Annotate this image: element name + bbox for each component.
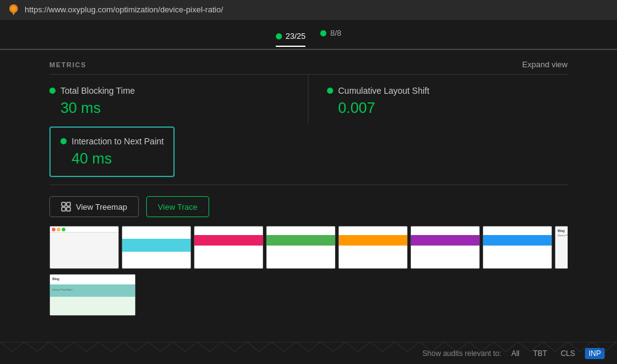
audit-filter-all[interactable]: All bbox=[508, 348, 523, 359]
svg-rect-5 bbox=[62, 207, 65, 211]
screenshot-thumb-3 bbox=[194, 226, 263, 269]
svg-point-2 bbox=[11, 6, 16, 11]
action-buttons: View Treemap View Trace bbox=[49, 185, 568, 226]
audit-filter-inp[interactable]: INP bbox=[585, 348, 605, 359]
metric-inp-value: 40 ms bbox=[72, 150, 164, 167]
tab-performance[interactable]: 23/25 bbox=[276, 31, 306, 47]
tab1-dot bbox=[276, 33, 282, 39]
svg-rect-4 bbox=[67, 202, 70, 206]
svg-marker-1 bbox=[12, 12, 15, 15]
tab2-dot bbox=[320, 30, 326, 36]
browser-top-bar: https://www.oxyplug.com/optimization/dev… bbox=[0, 0, 617, 20]
screenshot-thumb-6 bbox=[410, 226, 480, 269]
tab1-label: 23/25 bbox=[286, 31, 306, 41]
tab-secondary[interactable]: 8/8 bbox=[320, 28, 341, 43]
screenshot-thumb-9: Blog Device Pixel Ratio bbox=[49, 274, 136, 316]
metrics-label: METRICS bbox=[49, 61, 86, 68]
view-trace-label: View Trace bbox=[158, 202, 197, 212]
metric-cls-title-row: Cumulative Layout Shift bbox=[327, 86, 568, 96]
metric-cls-dot bbox=[327, 88, 333, 94]
screenshots-strip-row2: Blog Device Pixel Ratio bbox=[49, 274, 568, 316]
metrics-grid: Total Blocking Time 30 ms Cumulative Lay… bbox=[49, 75, 568, 124]
metric-tbt-name: Total Blocking Time bbox=[60, 86, 135, 96]
screenshots-strip-row1: Blog Device Pixel Ratio bbox=[49, 226, 568, 269]
view-trace-button[interactable]: View Trace bbox=[146, 196, 209, 217]
screenshot-thumb-5 bbox=[338, 226, 408, 269]
inp-row: Interaction to Next Paint 40 ms bbox=[49, 124, 568, 185]
svg-rect-3 bbox=[62, 202, 65, 206]
show-audits-label: Show audits relevant to: bbox=[423, 349, 502, 358]
metric-cls-value: 0.007 bbox=[338, 99, 568, 117]
screenshot-thumb-8: Blog Device Pixel Ratio bbox=[555, 226, 568, 269]
metric-inp-highlight: Interaction to Next Paint 40 ms bbox=[49, 126, 175, 177]
metric-inp-dot bbox=[60, 138, 67, 144]
svg-rect-6 bbox=[67, 207, 70, 211]
metric-tbt-dot bbox=[49, 88, 56, 94]
view-treemap-label: View Treemap bbox=[76, 202, 127, 212]
expand-view-button[interactable]: Expand view bbox=[522, 60, 568, 69]
metric-inp-name: Interaction to Next Paint bbox=[72, 136, 164, 146]
metric-tbt-value: 30 ms bbox=[60, 99, 289, 117]
screenshot-thumb-1 bbox=[49, 226, 119, 269]
screenshot-thumb-7 bbox=[482, 226, 552, 269]
tab-row: 23/25 8/8 bbox=[0, 20, 617, 50]
metric-inp-title-row: Interaction to Next Paint bbox=[60, 136, 164, 146]
audit-filter-tbt[interactable]: TBT bbox=[529, 348, 551, 359]
metric-cls-name: Cumulative Layout Shift bbox=[338, 86, 429, 96]
view-treemap-button[interactable]: View Treemap bbox=[49, 196, 139, 217]
metric-cls: Cumulative Layout Shift 0.007 bbox=[308, 75, 568, 124]
metrics-header: METRICS Expand view bbox=[49, 50, 568, 75]
tab2-label: 8/8 bbox=[330, 28, 341, 38]
audit-filter-cls[interactable]: CLS bbox=[557, 348, 579, 359]
screenshot-thumb-4 bbox=[266, 226, 336, 269]
metric-tbt-title-row: Total Blocking Time bbox=[49, 86, 289, 96]
screenshot-thumb-2 bbox=[122, 226, 191, 269]
url-bar: https://www.oxyplug.com/optimization/dev… bbox=[25, 5, 223, 14]
treemap-icon bbox=[61, 202, 71, 212]
browser-icon bbox=[7, 4, 20, 16]
main-content: METRICS Expand view Total Blocking Time … bbox=[0, 50, 617, 316]
metric-tbt: Total Blocking Time 30 ms bbox=[49, 75, 308, 124]
bottom-bar: Show audits relevant to: All TBT CLS INP bbox=[0, 342, 617, 364]
